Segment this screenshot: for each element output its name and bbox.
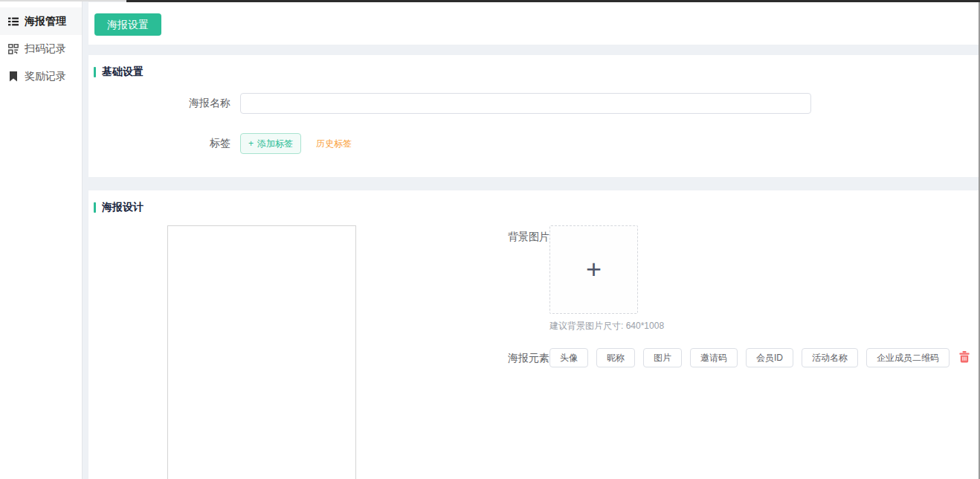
section-accent-bar bbox=[94, 67, 96, 77]
trash-icon bbox=[959, 351, 970, 365]
list-icon bbox=[7, 16, 19, 27]
background-upload-box[interactable]: + bbox=[549, 225, 638, 314]
poster-name-label: 海报名称 bbox=[88, 97, 231, 110]
poster-element-chip[interactable]: 头像 bbox=[549, 348, 588, 367]
sidebar-item-reward-records[interactable]: 奖励记录 bbox=[0, 62, 82, 90]
add-tag-label: 添加标签 bbox=[257, 138, 293, 150]
poster-element-chip[interactable]: 企业成员二维码 bbox=[866, 348, 950, 367]
basic-settings-title: 基础设置 bbox=[102, 65, 144, 79]
toolbar-card: 海报设置 bbox=[88, 2, 979, 45]
tag-label: 标签 bbox=[88, 137, 231, 150]
poster-element-chip[interactable]: 邀请码 bbox=[690, 348, 738, 367]
background-image-content: + 建议背景图片尺寸: 640*1008 bbox=[549, 225, 664, 332]
poster-name-input[interactable] bbox=[240, 93, 811, 114]
poster-element-chip[interactable]: 图片 bbox=[643, 348, 682, 367]
poster-design-header: 海报设计 bbox=[88, 190, 979, 214]
bookmark-icon bbox=[7, 71, 19, 82]
size-hint-text: 建议背景图片尺寸: 640*1008 bbox=[549, 320, 664, 332]
poster-elements-field: 海报元素 头像昵称图片邀请码会员ID活动名称企业成员二维码 bbox=[508, 348, 964, 367]
section-accent-bar bbox=[94, 202, 96, 213]
poster-name-row: 海报名称 bbox=[88, 93, 979, 114]
upload-plus-icon: + bbox=[586, 257, 602, 282]
history-tag-link[interactable]: 历史标签 bbox=[316, 138, 352, 150]
sidebar-item-scan-records[interactable]: 扫码记录 bbox=[0, 35, 82, 62]
sidebar-nav: 海报管理 扫码记录 奖励记录 bbox=[0, 0, 82, 90]
delete-element-button[interactable] bbox=[959, 351, 970, 365]
sidebar-item-label: 扫码记录 bbox=[25, 42, 66, 56]
sidebar-item-poster-management[interactable]: 海报管理 bbox=[0, 7, 82, 35]
poster-settings-button[interactable]: 海报设置 bbox=[94, 13, 161, 36]
poster-element-chip[interactable]: 活动名称 bbox=[802, 348, 858, 367]
basic-settings-card: 基础设置 海报名称 标签 + 添加标签 历史标签 bbox=[88, 55, 979, 177]
poster-design-title: 海报设计 bbox=[102, 201, 144, 214]
poster-preview-canvas[interactable] bbox=[167, 225, 356, 479]
basic-settings-header: 基础设置 bbox=[88, 55, 979, 79]
add-tag-button[interactable]: + 添加标签 bbox=[240, 133, 301, 154]
poster-element-chip[interactable]: 会员ID bbox=[746, 348, 793, 367]
tag-row: 标签 + 添加标签 历史标签 bbox=[88, 133, 979, 154]
poster-design-card: 海报设计 背景图片 + 建议背景图片尺寸: 640*1008 海报元素 头像昵称… bbox=[88, 190, 979, 479]
background-image-field: 背景图片 + 建议背景图片尺寸: 640*1008 bbox=[508, 225, 964, 332]
sidebar-item-label: 海报管理 bbox=[25, 15, 66, 28]
window-edge-dark bbox=[126, 0, 980, 2]
poster-element-chip[interactable]: 昵称 bbox=[596, 348, 635, 367]
poster-elements-label: 海报元素 bbox=[508, 348, 549, 367]
poster-elements-list: 头像昵称图片邀请码会员ID活动名称企业成员二维码 bbox=[549, 348, 950, 367]
sidebar-item-label: 奖励记录 bbox=[25, 70, 66, 83]
main-content: 海报设置 基础设置 海报名称 标签 + 添加标签 历史标签 海报设计 背景图 bbox=[88, 0, 979, 479]
background-image-label: 背景图片 bbox=[508, 225, 549, 332]
qrcode-icon bbox=[7, 43, 19, 54]
plus-icon: + bbox=[248, 138, 254, 149]
sidebar: 海报管理 扫码记录 奖励记录 bbox=[0, 0, 83, 479]
window-edge-light bbox=[0, 0, 126, 1]
design-controls: 背景图片 + 建议背景图片尺寸: 640*1008 海报元素 头像昵称图片邀请码… bbox=[508, 225, 964, 367]
